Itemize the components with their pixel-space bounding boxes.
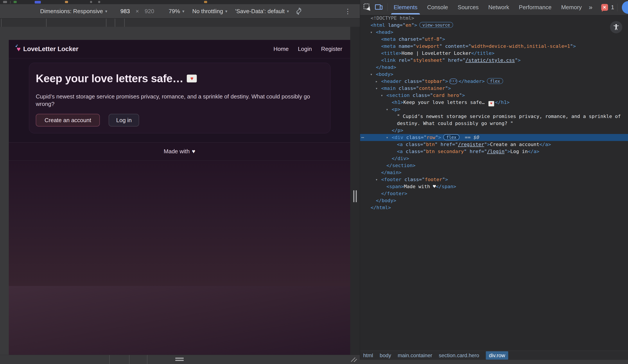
code-token: width=device-width,initial-scale=1 <box>471 43 570 49</box>
devtools-code-line[interactable]: <!DOCTYPE html> <box>360 15 628 22</box>
tab-network[interactable]: Network <box>483 0 514 14</box>
devtools-code-line[interactable]: " Cupid’s newest storage service promise… <box>360 113 628 120</box>
media-query-segment <box>115 19 115 27</box>
breadcrumb-body[interactable]: body <box>380 352 391 359</box>
media-query-bar[interactable] <box>0 18 360 27</box>
devtools-code-line[interactable]: </footer> <box>360 190 628 197</box>
nav-link-home[interactable]: Home <box>273 46 289 52</box>
expand-arrow-icon[interactable]: ▾ <box>386 106 392 113</box>
expand-arrow-icon[interactable]: ▾ <box>386 134 392 141</box>
view-source-badge[interactable]: view-source <box>419 22 453 28</box>
devtools-code-line[interactable]: <span>Made with ♥</span> <box>360 183 628 190</box>
inspect-element-icon[interactable] <box>364 3 371 11</box>
accessibility-icon[interactable] <box>610 21 622 33</box>
expand-arrow-icon[interactable]: ▸ <box>376 78 381 85</box>
code-token: lang=" <box>385 22 405 28</box>
code-token: > <box>573 43 576 49</box>
code-token: viewport <box>416 43 439 49</box>
devtools-code-line[interactable]: ▸<header class="topbar">•••</header>flex <box>360 78 628 85</box>
devtools-code-line[interactable]: ▾<footer class="footer"> <box>360 176 628 183</box>
flex-badge[interactable]: flex <box>487 78 503 84</box>
devtools-code-line[interactable]: <meta name="viewport" content="width=dev… <box>360 43 628 50</box>
devtools-code-line[interactable]: <link rel="stylesheet" href="/static/sty… <box>360 57 628 64</box>
code-token: <body> <box>376 71 393 77</box>
device-toolbar-toggle-icon[interactable] <box>375 4 383 10</box>
more-options-icon[interactable]: ⋮ <box>344 7 351 15</box>
devtools-code-line[interactable]: </main> <box>360 169 628 176</box>
devtools-code-line[interactable]: ▾<main class="container"> <box>360 85 628 92</box>
breadcrumb-div-row[interactable]: div.row <box>486 351 508 360</box>
devtools-code-line[interactable]: </div> <box>360 155 628 162</box>
site-brand[interactable]: ♥ ➹ LoveLetter Locker <box>17 45 78 53</box>
devtools-code-line[interactable]: </section> <box>360 162 628 169</box>
nav-link-register[interactable]: Register <box>321 46 342 52</box>
expand-arrow-icon[interactable]: ▾ <box>376 176 381 183</box>
code-token: <a <box>397 149 403 154</box>
code-token: btn <box>426 142 435 147</box>
expand-arrow-icon[interactable]: ▾ <box>370 71 376 78</box>
devtools-code-line[interactable]: <meta charset="utf-8"> <box>360 36 628 43</box>
devtools-code-line[interactable]: </html> <box>360 204 628 211</box>
flex-badge[interactable]: flex <box>443 134 460 140</box>
inline-expand-icon[interactable]: ••• <box>449 78 457 84</box>
devtools-code-line[interactable]: ▾<head> <box>360 29 628 36</box>
code-token: " <box>515 58 518 63</box>
devtools-code-line[interactable]: ⋯▾<div class="row">flex== $0 <box>360 134 628 141</box>
rotate-device-icon[interactable] <box>295 7 303 15</box>
viewport-resize-handle-vertical[interactable] <box>175 358 184 362</box>
code-token: btn secondary <box>426 149 464 154</box>
tab-elements[interactable]: Elements <box>389 0 422 14</box>
save-data-dropdown[interactable]: 'Save-Data': default ▾ <box>235 8 289 15</box>
code-token: <header <box>381 78 401 84</box>
code-token: card hero <box>433 93 459 98</box>
devtools-code-line[interactable]: ▾<p> <box>360 106 628 113</box>
tab-performance[interactable]: Performance <box>514 0 556 14</box>
viewport-width-input[interactable]: 983 <box>120 8 130 15</box>
code-token: > <box>445 177 448 182</box>
devtools-code-line[interactable]: </p> <box>360 127 628 134</box>
devtools-code-line[interactable]: </body> <box>360 197 628 204</box>
code-token: " <box>570 43 573 49</box>
devtools-code-line[interactable]: <html lang="en">view-source <box>360 22 628 29</box>
viewport-resize-corner[interactable] <box>351 356 357 363</box>
dimensions-dropdown[interactable]: Dimensions: Responsive ▾ <box>40 8 107 15</box>
media-query-segment <box>124 19 125 27</box>
expand-arrow-icon[interactable]: ▾ <box>381 92 387 99</box>
error-badge-icon[interactable]: ✕ <box>601 4 608 11</box>
code-token: class=" <box>401 177 425 182</box>
tab-console[interactable]: Console <box>422 0 453 14</box>
tab-favicon <box>90 1 92 3</box>
devtools-code-line[interactable]: destiny. What could possibly go wrong? " <box>360 120 628 127</box>
code-token: > <box>448 85 451 91</box>
throttling-dropdown[interactable]: No throttling ▾ <box>192 8 227 15</box>
drag-handle-icon[interactable]: ⋯ <box>361 134 364 141</box>
code-token: </span> <box>436 184 456 189</box>
profile-avatar[interactable] <box>622 1 628 14</box>
zoom-dropdown[interactable]: 79% ▾ <box>169 8 185 15</box>
viewport-height-input[interactable]: 920 <box>145 8 154 15</box>
tab-memory[interactable]: Memory <box>556 0 587 14</box>
devtools-code-line[interactable]: <h1>Keep your love letters safe… ♥</h1> <box>360 99 628 106</box>
more-tabs-icon[interactable]: » <box>587 3 595 11</box>
breadcrumb-section-card-hero[interactable]: section.card.hero <box>439 352 479 359</box>
devtools-code-line[interactable]: ▾<section class="card hero"> <box>360 92 628 99</box>
viewport-resize-handle-horizontal[interactable] <box>353 190 358 202</box>
devtools-code-line[interactable]: <title>Home | LoveLetter Locker</title> <box>360 50 628 57</box>
login-button[interactable]: Log in <box>109 114 139 126</box>
code-token: " Cupid’s newest storage service promise… <box>397 114 621 119</box>
devtools-code-line[interactable]: </head> <box>360 64 628 71</box>
expand-arrow-icon[interactable]: ▾ <box>376 85 381 92</box>
nav-link-login[interactable]: Login <box>298 46 312 52</box>
device-toolbar: Dimensions: Responsive ▾ 983 × 920 79% ▾… <box>0 4 360 18</box>
devtools-code-line[interactable]: <a class="btn secondary" href="/login">L… <box>360 148 628 155</box>
tab-favicon <box>35 1 41 3</box>
create-account-button[interactable]: Create an account <box>36 114 100 126</box>
devtools-code-line[interactable]: <a class="btn" href="/register">Create a… <box>360 141 628 148</box>
expand-arrow-icon[interactable]: ▾ <box>370 29 376 36</box>
devtools-code-line[interactable]: ▾<body> <box>360 71 628 78</box>
code-token: class=" <box>403 142 426 147</box>
tab-favicon <box>65 1 68 3</box>
breadcrumb-main-container[interactable]: main.container <box>397 352 432 359</box>
tab-sources[interactable]: Sources <box>453 0 483 14</box>
breadcrumb-html[interactable]: html <box>363 352 373 359</box>
